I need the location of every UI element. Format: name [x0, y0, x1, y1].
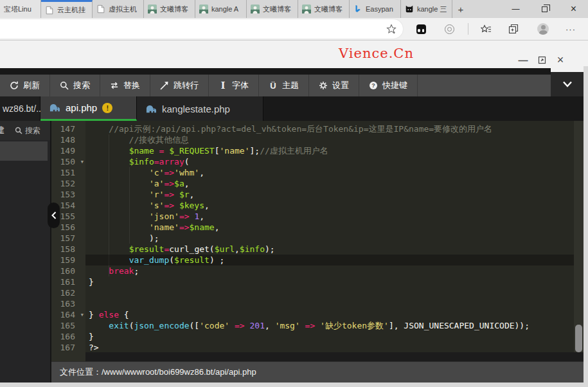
editor-button-theme[interactable]: Ü主题: [259, 75, 309, 96]
chevron-down-icon: [562, 81, 573, 87]
editor-button-refresh[interactable]: 刷新: [0, 75, 50, 96]
php-file-icon: [145, 104, 157, 114]
browser-tab-2[interactable]: 云主机挂: [41, 0, 93, 18]
code-line-148[interactable]: //接收其他信息: [85, 134, 574, 145]
editor-close-icon[interactable]: ×: [553, 53, 568, 66]
sidebar-header: 建 搜索: [0, 121, 50, 140]
favorites-icon[interactable]: [479, 22, 492, 35]
sidebar-new-button[interactable]: 建: [0, 125, 4, 136]
line-number: 150▼: [51, 156, 85, 167]
browser-tab-label: 文曦博客: [263, 4, 291, 14]
extension-icon[interactable]: [414, 22, 427, 35]
code-line-147[interactable]: //api示例:/api/api.php?act=del_vh&token=后台…: [85, 123, 574, 134]
browser-tab-4[interactable]: 文曦博客: [144, 0, 195, 18]
add-favorite-star-icon[interactable]: [386, 24, 396, 37]
code-line-151[interactable]: 'c'=>'whm',: [85, 167, 574, 178]
code-line-158[interactable]: $result=curl_get($url,$info);: [85, 244, 574, 255]
replace-icon: [110, 81, 119, 90]
code-line-165[interactable]: exit(json_encode(['code' => 201, 'msg' =…: [85, 320, 574, 331]
document-icon: [45, 6, 54, 15]
close-button[interactable]: ×: [559, 0, 588, 18]
code-line-163[interactable]: [85, 298, 574, 309]
code-line-153[interactable]: 'r'=> $r,: [85, 189, 574, 200]
page-content: Vience.Cn — × 刷新搜索替换跳转行I字体Ü主题设置?快捷键 wz86…: [0, 40, 588, 387]
line-number: 167: [51, 342, 85, 353]
code-line-159[interactable]: var_dump($result) ;: [85, 255, 574, 266]
horizontal-scrollbar[interactable]: [85, 352, 584, 361]
file-tab-api.php[interactable]: api.php!: [40, 96, 137, 121]
browser-tab-label: 文曦博客: [160, 4, 188, 14]
browser-tab-7[interactable]: 文曦博客: [298, 0, 350, 18]
code-line-162[interactable]: [85, 287, 574, 298]
browser-tab-6[interactable]: 文曦博客: [247, 0, 298, 18]
browser-tab-8[interactable]: Easypan: [350, 0, 401, 18]
editor-button-label: 刷新: [23, 80, 40, 91]
code-line-161[interactable]: }: [85, 276, 574, 287]
watermark-text: Vience.Cn: [339, 46, 414, 61]
status-bar: 文件位置：/www/wwwroot/boi699wz86.bt/api/api.…: [51, 361, 584, 382]
document-icon: [96, 4, 105, 14]
vertical-scrollbar[interactable]: [574, 121, 584, 352]
code-line-160[interactable]: break;: [85, 266, 574, 276]
line-number: 166: [51, 331, 85, 342]
code-editor-window: 刷新搜索替换跳转行I字体Ü主题设置?快捷键 wz86.bt/...api.php…: [0, 68, 584, 382]
code-line-157[interactable]: );: [85, 233, 574, 244]
editor-fullscreen-icon[interactable]: [534, 53, 549, 66]
code-line-164[interactable]: } else {: [85, 309, 574, 320]
code-area[interactable]: //api示例:/api/api.php?act=del_vh&token=后台…: [85, 121, 574, 352]
collections-icon[interactable]: [507, 22, 520, 35]
wenxi-blog-favicon: [199, 4, 208, 14]
gear-icon: [319, 81, 328, 90]
file-tab-wz86.bt...[interactable]: wz86.bt/...: [0, 96, 40, 121]
editor-button-settings[interactable]: 设置: [309, 75, 359, 96]
bing-favicon: [353, 4, 362, 14]
code-line-152[interactable]: 'a'=>$a,: [85, 178, 574, 189]
code-line-154[interactable]: 's'=> $keys,: [85, 200, 574, 211]
wenxi-blog-favicon: [148, 4, 157, 14]
code-line-149[interactable]: $name = $_REQUEST['name'];//虚拟主机用户名: [85, 145, 574, 156]
sidebar-selected-row[interactable]: [0, 141, 48, 161]
file-tab-bar: wz86.bt/...api.php!kanglestate.php: [0, 96, 584, 121]
editor-button-label: 主题: [282, 80, 299, 91]
vertical-scrollbar-thumb[interactable]: [575, 325, 582, 352]
browser-tab-5[interactable]: kangle A: [195, 0, 247, 18]
browser-tab-3[interactable]: 虚拟主机: [93, 0, 144, 18]
toolbar-collapse-button[interactable]: [551, 72, 584, 96]
editor-button-label: 字体: [232, 80, 249, 91]
code-line-166[interactable]: }: [85, 331, 574, 342]
code-line-167[interactable]: ?>: [85, 342, 574, 352]
line-number: 160: [51, 266, 85, 276]
address-bar[interactable]: [0, 19, 403, 39]
minimize-button[interactable]: —: [501, 0, 530, 18]
file-tab-label: wz86.bt/...: [3, 104, 44, 114]
settings-menu-icon[interactable]: ···: [564, 22, 577, 35]
sidebar-collapse-handle[interactable]: [48, 203, 60, 228]
goto-line-icon: [160, 81, 169, 90]
editor-button-font[interactable]: I字体: [209, 75, 259, 96]
tracking-prevention-icon[interactable]: [443, 22, 456, 35]
profile-avatar[interactable]: [537, 22, 549, 35]
browser-tab-9[interactable]: kangle 三: [401, 0, 452, 18]
code-line-155[interactable]: 'json'=> 1,: [85, 211, 574, 222]
sidebar-search-button[interactable]: 搜索: [15, 125, 40, 136]
browser-tab-1[interactable]: 宝塔Linu: [0, 0, 41, 18]
editor-button-replace[interactable]: 替换: [100, 75, 150, 96]
file-tab-kanglestate.php[interactable]: kanglestate.php: [137, 96, 263, 121]
editor-top-strip: [0, 68, 551, 75]
restore-button[interactable]: [530, 0, 559, 18]
chevron-left-icon: [51, 212, 57, 219]
page-bottom-strip: [0, 382, 588, 387]
editor-button-label: 跳转行: [174, 80, 199, 91]
editor-minimize-icon[interactable]: —: [515, 53, 531, 66]
code-line-156[interactable]: 'name'=>$name,: [85, 222, 574, 233]
editor-button-goto[interactable]: 跳转行: [150, 75, 209, 96]
editor-button-search[interactable]: 搜索: [50, 75, 100, 96]
line-number: 164▼: [51, 309, 85, 320]
fold-arrow-icon[interactable]: ▼: [81, 310, 84, 321]
new-tab-button[interactable]: +: [452, 0, 469, 18]
line-number-gutter: 147148149150▼151152153154155156157158159…: [51, 121, 85, 361]
fold-arrow-icon[interactable]: ▼: [81, 157, 84, 168]
browser-tabs: 宝塔Linu云主机挂虚拟主机文曦博客kangle A文曦博客文曦博客Easypa…: [0, 0, 452, 18]
code-line-150[interactable]: $info=array(: [85, 156, 574, 167]
editor-button-hotkey[interactable]: ?快捷键: [359, 75, 418, 96]
